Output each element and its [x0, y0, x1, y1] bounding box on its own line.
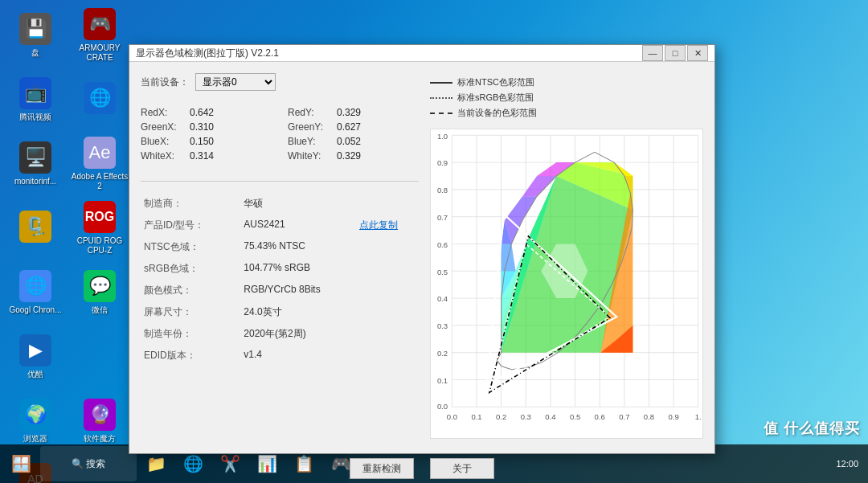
svg-text:0.7: 0.7: [437, 213, 448, 222]
device-select[interactable]: 显示器0: [195, 73, 276, 91]
svg-text:0.6: 0.6: [595, 412, 605, 421]
greeny-row: GreenY: 0.627: [288, 121, 419, 133]
svg-text:0.8: 0.8: [437, 186, 448, 194]
bluex-label: BlueX:: [141, 136, 185, 147]
taskbar-search[interactable]: 🔍 搜索: [40, 446, 137, 481]
legend-current-label: 当前设备的色彩范围: [457, 107, 537, 119]
svg-text:1.0: 1.0: [437, 132, 448, 141]
redetect-button[interactable]: 重新检测: [350, 458, 414, 479]
dialog-left-panel: 当前设备： 显示器0 RedX: 0.642 RedY: 0.329: [141, 73, 419, 439]
redy-label: RedY:: [288, 107, 332, 118]
svg-text:0.8: 0.8: [644, 412, 654, 421]
icon-armoury[interactable]: 🎮 ARMOURY CRATE: [68, 3, 132, 68]
dialog-right-panel: 标准NTSC色彩范围 标准sRGB色彩范围 当前设备的色彩范围: [430, 73, 703, 439]
cie-chromaticity-chart: 1.0 0.9 0.8 0.7 0.6 0.5 0.4 0.3 0.2 0.1 …: [430, 129, 703, 439]
taskbar-start[interactable]: 🪟: [3, 446, 39, 481]
srgb-row: sRGB色域： 104.77% sRGB: [141, 258, 419, 280]
icon-chrome[interactable]: 🌐 Googl Chron...: [3, 260, 68, 325]
whitex-label: WhiteX:: [141, 150, 185, 162]
productid-value: AUS2421: [240, 215, 356, 236]
chart-legend: 标准NTSC色彩范围 标准sRGB色彩范围 当前设备的色彩范围: [430, 73, 703, 122]
productid-row: 产品ID/型号： AUS2421 点此复制: [141, 215, 419, 236]
cie-svg: 1.0 0.9 0.8 0.7 0.6 0.5 0.4 0.3 0.2 0.1 …: [431, 129, 702, 438]
svg-text:0.1: 0.1: [471, 412, 481, 421]
screensize-row: 屏幕尺寸： 24.0英寸: [141, 301, 419, 323]
bluex-value: 0.150: [190, 136, 214, 147]
color-coordinates-section: RedX: 0.642 RedY: 0.329 GreenX: 0.310 Gr…: [141, 107, 419, 162]
edid-value: v1.4: [240, 345, 356, 366]
legend-srgb-line: [430, 97, 452, 99]
svg-text:1.: 1.: [695, 412, 702, 421]
legend-srgb-label: 标准sRGB色彩范围: [457, 92, 534, 104]
divider-1: [141, 181, 419, 182]
svg-text:0.4: 0.4: [437, 294, 448, 303]
taskbar-time: 12:00: [836, 459, 858, 469]
icon-ie[interactable]: 🌐: [68, 68, 132, 132]
device-selector-row: 当前设备： 显示器0: [141, 73, 419, 91]
manufacturer-value: 华硕: [240, 193, 356, 215]
icon-zip[interactable]: 🗜️: [3, 196, 68, 260]
svg-text:0.6: 0.6: [437, 240, 448, 249]
colormode-value: RGB/YCrCb 8Bits: [240, 280, 356, 301]
redx-row: RedX: 0.642: [141, 107, 272, 118]
redy-row: RedY: 0.329: [288, 107, 419, 118]
manufacture-year-value: 2020年(第2周): [240, 323, 356, 345]
color-gamut-dialog: 显示器色域检测(图拉丁版) V2.2.1 — □ ✕ 当前设备： 显示器0: [129, 44, 715, 454]
icon-ae[interactable]: Ae Adobe A Effects 2: [68, 132, 132, 196]
edid-row: EDID版本： v1.4: [141, 345, 419, 366]
manufacture-year-row: 制造年份： 2020年(第2周): [141, 323, 419, 345]
svg-text:0.3: 0.3: [437, 321, 448, 330]
legend-current: 当前设备的色彩范围: [430, 107, 703, 119]
svg-text:0.0: 0.0: [447, 412, 457, 421]
close-button[interactable]: ✕: [687, 45, 708, 61]
svg-text:0.0: 0.0: [437, 402, 448, 411]
svg-text:0.1: 0.1: [437, 376, 448, 385]
svg-text:0.5: 0.5: [570, 412, 580, 421]
greeny-label: GreenY:: [288, 121, 332, 133]
bluey-label: BlueY:: [288, 136, 332, 147]
icon-monitor[interactable]: 🖥️ monitorinf...: [3, 132, 68, 196]
ntsc-row: NTSC色域： 75.43% NTSC: [141, 236, 419, 258]
greenx-row: GreenX: 0.310: [141, 121, 272, 133]
taskbar-clock: 12:00: [829, 459, 865, 469]
copy-link[interactable]: 点此复制: [356, 215, 419, 236]
svg-text:0.7: 0.7: [619, 412, 629, 421]
bluex-row: BlueX: 0.150: [141, 136, 272, 147]
restore-button[interactable]: □: [665, 45, 686, 61]
icon-disk[interactable]: 💾 盘: [3, 3, 68, 68]
whitex-value: 0.314: [190, 150, 214, 162]
ntsc-value: 75.43% NTSC: [240, 236, 356, 258]
legend-ntsc: 标准NTSC色彩范围: [430, 76, 703, 88]
manufacture-year-label: 制造年份：: [141, 323, 240, 345]
icon-rog[interactable]: ROG CPUID ROG CPU-Z: [68, 196, 132, 260]
svg-text:0.3: 0.3: [521, 412, 531, 421]
svg-text:0.5: 0.5: [437, 268, 448, 276]
legend-ntsc-label: 标准NTSC色彩范围: [457, 76, 534, 88]
icon-magic[interactable]: 🔮 软件魔方: [68, 389, 132, 453]
icon-tencent[interactable]: 📺 腾讯视频: [3, 68, 68, 132]
redx-label: RedX:: [141, 107, 185, 118]
dialog-titlebar[interactable]: 显示器色域检测(图拉丁版) V2.2.1 — □ ✕: [129, 45, 714, 62]
colormode-row: 颜色模式： RGB/YCrCb 8Bits: [141, 280, 419, 301]
bluey-value: 0.052: [337, 136, 361, 147]
icon-browser[interactable]: 🌍 浏览器: [3, 389, 68, 453]
info-table: 制造商： 华硕 产品ID/型号： AUS2421 点此复制 NTSC色域： 75…: [141, 193, 419, 366]
colormode-label: 颜色模式：: [141, 280, 240, 301]
svg-text:0.4: 0.4: [545, 412, 555, 421]
device-label: 当前设备：: [141, 76, 189, 89]
whitey-label: WhiteY:: [288, 150, 332, 162]
manufacturer-label: 制造商：: [141, 193, 240, 215]
about-button[interactable]: 关于: [430, 458, 494, 479]
greenx-value: 0.310: [190, 121, 214, 133]
ntsc-label: NTSC色域：: [141, 236, 240, 258]
icon-wechat[interactable]: 💬 微信: [68, 260, 132, 325]
minimize-button[interactable]: —: [642, 45, 663, 61]
desktop: 💾 盘 🎮 ARMOURY CRATE 📺 腾讯视频 🌐 🖥️ monitori…: [0, 0, 868, 483]
productid-label: 产品ID/型号：: [141, 215, 240, 236]
redx-value: 0.642: [190, 107, 214, 118]
bluey-row: BlueY: 0.052: [288, 136, 419, 147]
dialog-body: 当前设备： 显示器0 RedX: 0.642 RedY: 0.329: [129, 62, 714, 450]
whitex-row: WhiteX: 0.314: [141, 150, 272, 162]
icon-youku[interactable]: ▶ 优酷: [3, 325, 68, 389]
watermark: 值 什么值得买: [764, 419, 860, 438]
